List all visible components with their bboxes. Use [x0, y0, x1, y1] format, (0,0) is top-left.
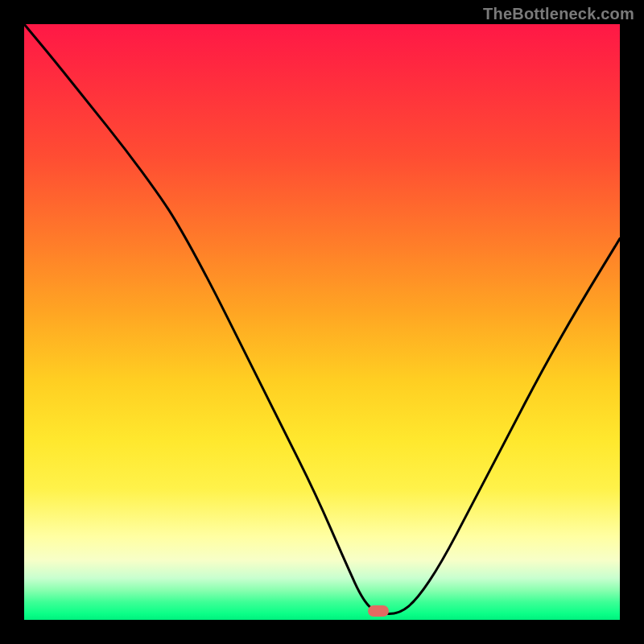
- optimum-marker: [368, 605, 389, 617]
- bottleneck-curve: [24, 24, 620, 620]
- watermark-text: TheBottleneck.com: [483, 5, 634, 23]
- chart-frame: TheBottleneck.com: [0, 0, 644, 644]
- plot-area: [24, 24, 620, 620]
- curve-path: [24, 24, 620, 614]
